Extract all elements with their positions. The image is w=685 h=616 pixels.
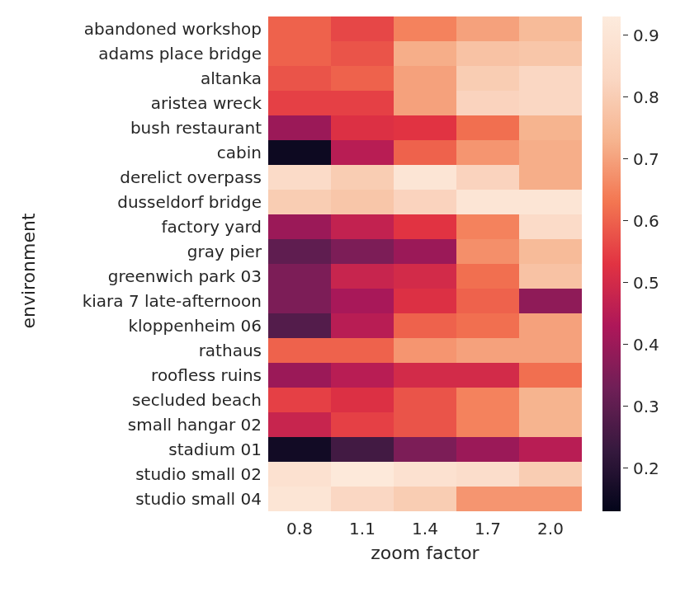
y-axis-label-text: environment	[18, 213, 39, 328]
heatmap-cell	[456, 91, 519, 115]
colorbar-tick-label: 0.6	[633, 211, 659, 231]
heatmap-cell	[394, 338, 456, 363]
heatmap-cell	[519, 16, 582, 41]
heatmap-cell	[456, 313, 519, 338]
colorbar-tick-label: 0.4	[633, 335, 659, 355]
heatmap-cell	[519, 214, 582, 239]
heatmap-cell	[268, 214, 331, 239]
colorbar-tick: 0.9	[623, 26, 659, 45]
heatmap-cell	[456, 264, 519, 289]
heatmap-cell	[268, 115, 331, 140]
heatmap-cell	[331, 140, 394, 165]
heatmap-cell	[394, 16, 456, 41]
heatmap-cell	[519, 289, 582, 313]
tick-mark	[623, 406, 628, 407]
colorbar-tick: 0.4	[623, 335, 659, 355]
heatmap-cell	[268, 289, 331, 313]
y-tick-label: studio small 04	[40, 487, 268, 511]
heatmap-cell	[394, 437, 456, 462]
x-tick-label: 2.0	[519, 515, 582, 540]
colorbar-tick-label: 0.2	[633, 458, 659, 478]
heatmap-cell	[331, 388, 394, 412]
colorbar-tick: 0.7	[623, 149, 659, 169]
heatmap-cell	[268, 264, 331, 289]
heatmap-cell	[331, 115, 394, 140]
heatmap-cell	[519, 363, 582, 388]
heatmap-cell	[394, 313, 456, 338]
heatmap-cell	[519, 388, 582, 412]
heatmap-cell	[456, 239, 519, 264]
x-tick-label: 1.7	[456, 515, 519, 540]
heatmap-cell	[394, 264, 456, 289]
heatmap-cell	[456, 289, 519, 313]
x-tick-labels: 0.81.11.41.72.0	[268, 515, 582, 540]
heatmap-cell	[394, 363, 456, 388]
y-tick-label: factory yard	[40, 214, 268, 239]
colorbar-tick-label: 0.8	[633, 87, 659, 107]
heatmap-cell	[456, 412, 519, 437]
heatmap-cell	[331, 264, 394, 289]
heatmap-cell	[394, 115, 456, 140]
heatmap-cell	[519, 66, 582, 91]
heatmap-cell	[456, 165, 519, 190]
heatmap-cell	[331, 437, 394, 462]
heatmap-cell	[331, 462, 394, 487]
heatmap-cell	[268, 388, 331, 412]
heatmap-cell	[331, 165, 394, 190]
heatmap-cell	[456, 41, 519, 66]
heatmap-cell	[268, 190, 331, 214]
y-tick-label: small hangar 02	[40, 412, 268, 437]
heatmap-cell	[519, 313, 582, 338]
heatmap-cell	[331, 487, 394, 511]
heatmap-figure: environment abandoned workshopadams plac…	[0, 0, 685, 616]
heatmap-cell	[456, 16, 519, 41]
heatmap-cell	[519, 462, 582, 487]
x-tick-label: 1.4	[394, 515, 456, 540]
heatmap-grid	[268, 16, 582, 511]
heatmap-cell	[394, 66, 456, 91]
y-tick-label: aristea wreck	[40, 91, 268, 115]
heatmap-cell	[456, 115, 519, 140]
heatmap-cell	[519, 140, 582, 165]
y-tick-label: greenwich park 03	[40, 264, 268, 289]
heatmap-cell	[456, 437, 519, 462]
y-tick-label: roofless ruins	[40, 363, 268, 388]
colorbar-tick: 0.3	[623, 397, 659, 416]
x-tick-label: 1.1	[331, 515, 394, 540]
heatmap-cell	[268, 16, 331, 41]
heatmap-cell	[519, 190, 582, 214]
heatmap-cell	[456, 66, 519, 91]
y-tick-label: derelict overpass	[40, 165, 268, 190]
y-tick-label: gray pier	[40, 239, 268, 264]
heatmap-cell	[268, 313, 331, 338]
tick-mark	[623, 220, 628, 221]
heatmap-cell	[331, 239, 394, 264]
tick-mark	[623, 282, 628, 283]
heatmap-cell	[331, 338, 394, 363]
heatmap-cell	[331, 16, 394, 41]
tick-mark	[623, 344, 628, 345]
colorbar-tick: 0.6	[623, 211, 659, 231]
y-tick-label: rathaus	[40, 338, 268, 363]
tick-mark	[623, 96, 628, 97]
heatmap-cell	[519, 264, 582, 289]
heatmap-cell	[394, 214, 456, 239]
heatmap-cell	[268, 165, 331, 190]
heatmap-cell	[456, 214, 519, 239]
colorbar-ticks: 0.20.30.40.50.60.70.80.9	[623, 16, 673, 511]
heatmap-cell	[331, 91, 394, 115]
heatmap-cell	[331, 66, 394, 91]
heatmap-cell	[331, 214, 394, 239]
heatmap-cell	[394, 412, 456, 437]
y-tick-label: kloppenheim 06	[40, 313, 268, 338]
heatmap-cell	[268, 239, 331, 264]
heatmap-cell	[394, 140, 456, 165]
heatmap-cell	[331, 289, 394, 313]
heatmap-cell	[394, 388, 456, 412]
heatmap-cell	[394, 91, 456, 115]
y-tick-label: cabin	[40, 140, 268, 165]
heatmap-cell	[456, 363, 519, 388]
colorbar-tick: 0.8	[623, 87, 659, 107]
y-tick-label: stadium 01	[40, 437, 268, 462]
y-tick-label: secluded beach	[40, 388, 268, 412]
